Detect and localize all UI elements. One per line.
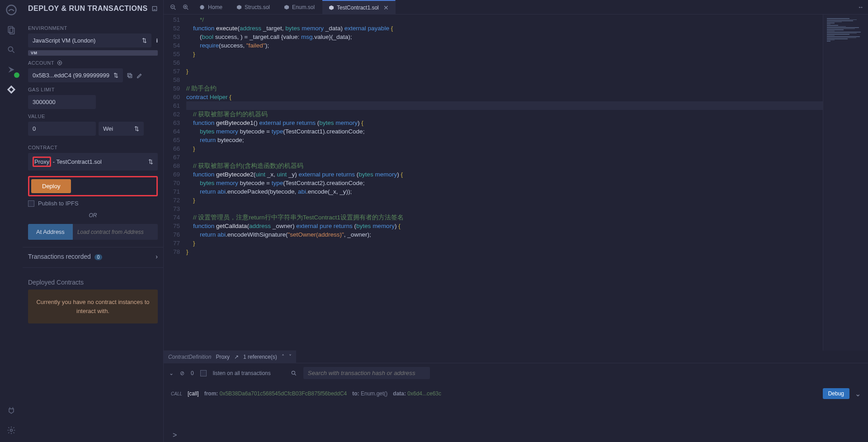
contract-label: CONTRACT (28, 145, 158, 150)
env-info-icon[interactable]: i (156, 37, 158, 44)
code-content[interactable]: */ function execute(address _target, byt… (186, 15, 823, 351)
remix-logo-icon[interactable] (5, 4, 18, 16)
log-data: 0x6d4...ce63c (407, 390, 441, 397)
tab-structs[interactable]: Structs.sol (230, 0, 277, 14)
listen-all-label: listen on all transactions (213, 370, 271, 376)
svg-rect-1 (8, 27, 13, 33)
chevron-down-icon[interactable]: ˅ (289, 354, 292, 360)
transactions-recorded-toggle[interactable]: Transactions recorded 0 › (28, 253, 158, 260)
terminal-collapse-icon[interactable]: ⌄ (169, 370, 174, 376)
chevron-updown-icon: ⇅ (113, 72, 118, 79)
environment-label: ENVIRONMENT (28, 25, 158, 31)
svg-line-22 (295, 374, 296, 375)
expand-editor-icon[interactable]: ↔ (858, 4, 868, 10)
file-explorer-icon[interactable] (5, 24, 18, 36)
deployed-contracts-label: Deployed Contracts (28, 273, 158, 290)
zoom-out-icon[interactable] (167, 4, 179, 10)
publish-ipfs-checkbox[interactable] (28, 200, 34, 207)
tab-testcontract1[interactable]: TestContract1.sol ✕ (322, 0, 396, 14)
breadcrumb-name: Proxy (216, 354, 230, 360)
deploy-run-icon[interactable] (5, 83, 18, 96)
deploy-button[interactable]: Deploy (31, 179, 71, 193)
terminal-search-icon[interactable] (291, 370, 297, 376)
tab-enum[interactable]: Enum.sol (278, 0, 321, 14)
at-address-button[interactable]: At Address (28, 224, 73, 240)
breadcrumb-refs: 1 reference(s) (243, 354, 277, 360)
svg-point-5 (10, 429, 13, 432)
clear-terminal-icon[interactable]: ⊘ (180, 370, 184, 376)
compiler-icon[interactable] (5, 63, 18, 76)
copy-account-icon[interactable] (127, 72, 133, 79)
compile-ok-badge (14, 72, 19, 78)
close-tab-icon[interactable]: ✕ (383, 4, 389, 11)
value-unit-select[interactable]: Wei ⇅ (99, 122, 144, 136)
tab-bar: Home Structs.sol Enum.sol TestContract1.… (164, 0, 868, 14)
contract-name-highlight: Proxy (33, 157, 51, 167)
tx-count-badge: 0 (94, 254, 103, 260)
call-badge-icon: CALL (171, 391, 182, 396)
or-divider: OR (28, 212, 158, 219)
chevron-updown-icon: ⇅ (134, 125, 139, 132)
panel-minimize-icon[interactable] (151, 5, 158, 12)
code-editor[interactable]: 5152535455565758596061626364656667686970… (164, 14, 823, 351)
terminal-search-input[interactable] (303, 367, 430, 379)
svg-rect-11 (127, 73, 131, 76)
settings-icon[interactable] (5, 424, 18, 437)
svg-rect-2 (10, 28, 14, 34)
main-area: Home Structs.sol Enum.sol TestContract1.… (164, 0, 868, 442)
gas-limit-input[interactable] (28, 95, 96, 109)
chevron-updown-icon: ⇅ (142, 37, 147, 44)
debug-button[interactable]: Debug (823, 388, 849, 399)
chevron-updown-icon: ⇅ (148, 158, 153, 165)
log-call-tag: [call] (188, 390, 199, 397)
chevron-right-icon: › (156, 253, 158, 260)
svg-line-4 (13, 51, 14, 53)
editor-area: 5152535455565758596061626364656667686970… (164, 14, 868, 351)
terminal-prompt[interactable]: > (171, 431, 861, 439)
log-entry[interactable]: CALL [call] from: 0x5B38Da6a701c568545dC… (171, 385, 861, 402)
expand-log-icon[interactable]: ⌄ (855, 390, 861, 398)
value-label: VALUE (28, 114, 158, 119)
add-account-icon[interactable] (57, 60, 62, 66)
chevron-up-icon[interactable]: ˄ (282, 354, 284, 360)
svg-rect-6 (152, 6, 156, 10)
svg-point-3 (8, 47, 13, 51)
minimap[interactable] (823, 14, 868, 351)
icon-sidebar (0, 0, 23, 442)
panel-title: DEPLOY & RUN TRANSACTIONS (28, 5, 158, 13)
plugin-manager-icon[interactable] (5, 404, 18, 417)
terminal-panel: ⌄ ⊘ 0 listen on all transactions CALL [c… (164, 363, 868, 442)
svg-line-15 (174, 8, 175, 10)
svg-point-21 (292, 371, 295, 374)
line-gutter: 5152535455565758596061626364656667686970… (164, 15, 186, 351)
svg-line-19 (187, 8, 188, 10)
edit-account-icon[interactable] (137, 72, 143, 79)
listen-all-checkbox[interactable] (200, 370, 207, 376)
publish-ipfs-label: Publish to IPFS (38, 200, 79, 207)
contract-select[interactable]: Proxy - TestContract1.sol ⇅ (28, 153, 158, 171)
environment-select[interactable]: JavaScript VM (London) ⇅ (28, 33, 151, 48)
deploy-highlight: Deploy (28, 176, 158, 196)
deploy-panel: DEPLOY & RUN TRANSACTIONS ENVIRONMENT Ja… (23, 0, 164, 442)
gas-limit-label: GAS LIMIT (28, 87, 158, 92)
no-instances-message: Currently you have no contract instances… (28, 290, 158, 323)
log-from-address: 0x5B38Da6a701c568545dCfcB03FcB875f56bedd… (220, 390, 347, 397)
tab-home[interactable]: Home (193, 0, 229, 14)
account-label: ACCOUNT (28, 60, 158, 66)
svg-rect-12 (129, 74, 132, 77)
zoom-in-icon[interactable] (180, 4, 192, 10)
breadcrumb-bar[interactable]: ContractDefinition Proxy ↗ 1 reference(s… (164, 351, 296, 363)
at-address-input[interactable] (73, 224, 158, 240)
svg-point-20 (200, 5, 204, 9)
vm-chip: VM (28, 50, 158, 56)
account-select[interactable]: 0x5B3...eddC4 (99.99999999 ⇅ (28, 68, 123, 82)
search-icon[interactable] (5, 43, 18, 56)
log-to: Enum.get() (361, 390, 387, 397)
terminal-pending-count: 0 (191, 370, 194, 376)
breadcrumb-kind: ContractDefinition (168, 354, 211, 360)
breadcrumb-share-icon[interactable]: ↗ (234, 354, 239, 360)
value-input[interactable] (28, 122, 96, 136)
